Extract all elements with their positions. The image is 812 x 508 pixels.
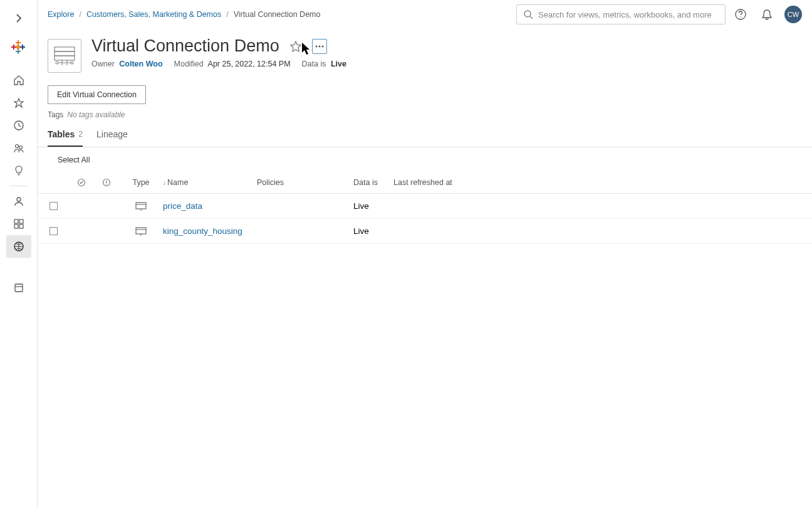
tags-row: Tags No tags available <box>38 107 812 123</box>
table-row: price_data Live <box>38 194 812 219</box>
svg-rect-35 <box>136 228 146 234</box>
tableau-logo[interactable] <box>10 39 28 56</box>
actions-row: Edit Virtual Connection <box>38 75 812 107</box>
svg-point-33 <box>106 184 107 185</box>
column-certified[interactable] <box>69 178 94 187</box>
select-all-button[interactable]: Select All <box>48 156 90 164</box>
svg-rect-5 <box>13 45 14 50</box>
star-outline-icon <box>289 40 302 53</box>
collections-icon <box>13 218 24 230</box>
svg-rect-17 <box>19 225 23 228</box>
column-policies[interactable]: Policies <box>257 178 353 187</box>
sidebar-item-recents[interactable] <box>6 114 31 137</box>
page-header: Virtual Connection Demo Owner Colten Woo… <box>38 29 812 75</box>
table-toolbar: Select All <box>38 147 812 171</box>
breadcrumb: Explore / Customers, Sales, Marketing & … <box>48 10 320 19</box>
notifications-button[interactable] <box>756 3 778 26</box>
explore-icon <box>13 241 24 252</box>
bell-icon <box>761 8 773 21</box>
help-icon <box>734 8 747 21</box>
external-assets-icon <box>13 282 24 294</box>
tabs: Tables 2 Lineage <box>38 123 812 147</box>
column-datais[interactable]: Data is <box>353 178 393 187</box>
datais-value: Live <box>331 60 346 68</box>
svg-point-27 <box>71 61 73 64</box>
search-icon <box>523 9 533 19</box>
search-box[interactable] <box>516 4 726 24</box>
page-title: Virtual Connection Demo <box>91 36 279 56</box>
svg-point-30 <box>321 45 323 47</box>
tab-tables-count: 2 <box>78 130 83 139</box>
main-content: Explore / Customers, Sales, Marketing & … <box>38 0 812 508</box>
user-icon <box>13 196 24 207</box>
sidebar-item-collections[interactable] <box>6 213 31 235</box>
svg-rect-1 <box>16 42 21 43</box>
more-actions-button[interactable] <box>312 39 327 54</box>
table-name-link[interactable]: price_data <box>163 201 202 211</box>
sidebar-item-recommendations[interactable] <box>6 159 31 182</box>
help-button[interactable] <box>729 3 752 26</box>
warning-icon <box>102 178 111 187</box>
svg-point-22 <box>740 16 741 18</box>
row-type-icon <box>119 226 163 236</box>
modified-label: Modified <box>174 60 204 68</box>
virtual-connection-icon <box>48 39 81 73</box>
home-icon <box>13 75 24 86</box>
table-icon <box>135 201 147 211</box>
tab-lineage[interactable]: Lineage <box>96 129 128 147</box>
clock-icon <box>13 120 24 131</box>
sidebar-item-personal[interactable] <box>6 190 31 213</box>
table-icon <box>135 226 147 236</box>
svg-rect-24 <box>55 51 75 56</box>
shared-icon <box>13 142 24 154</box>
svg-rect-15 <box>19 220 23 223</box>
tab-tables-label: Tables <box>48 129 75 139</box>
edit-virtual-connection-button[interactable]: Edit Virtual Connection <box>48 85 146 104</box>
tableau-logo-icon <box>10 39 26 55</box>
column-type[interactable]: Type <box>119 178 163 187</box>
svg-rect-7 <box>22 45 23 50</box>
svg-rect-19 <box>15 284 23 292</box>
svg-point-12 <box>19 146 22 149</box>
owner-link[interactable]: Colten Woo <box>119 60 162 68</box>
row-datais: Live <box>353 201 393 211</box>
column-name[interactable]: ↓Name <box>163 178 257 187</box>
favorite-toggle[interactable] <box>288 39 303 54</box>
sidebar-item-favorites[interactable] <box>6 92 31 114</box>
table-name-link[interactable]: king_county_housing <box>163 226 242 236</box>
svg-rect-9 <box>16 46 20 48</box>
table-header: Type ↓Name Policies Data is Last refresh… <box>38 171 812 194</box>
table-row: king_county_housing Live <box>38 219 812 244</box>
svg-rect-16 <box>14 225 18 228</box>
svg-point-26 <box>56 61 58 64</box>
svg-rect-25 <box>55 56 75 60</box>
row-type-icon <box>119 201 163 211</box>
row-checkbox[interactable] <box>49 227 58 235</box>
sidebar-expand-button[interactable] <box>9 9 28 28</box>
sidebar-item-explore[interactable] <box>6 235 31 258</box>
sidebar-item-home[interactable] <box>6 69 31 92</box>
tags-empty: No tags available <box>67 110 125 119</box>
database-stack-icon <box>51 42 78 70</box>
svg-rect-3 <box>16 51 21 52</box>
svg-point-11 <box>15 145 18 148</box>
user-avatar[interactable]: CW <box>784 6 802 23</box>
svg-rect-14 <box>14 220 18 223</box>
tags-label: Tags <box>48 110 63 119</box>
sidebar-item-external-assets[interactable] <box>6 277 31 299</box>
column-refreshed[interactable]: Last refreshed at <box>393 178 494 187</box>
svg-point-13 <box>17 198 21 201</box>
breadcrumb-parent[interactable]: Customers, Sales, Marketing & Demos <box>86 10 221 19</box>
more-horizontal-icon <box>314 41 325 52</box>
breadcrumb-separator: / <box>226 10 228 19</box>
row-checkbox[interactable] <box>49 202 58 210</box>
lightbulb-icon <box>13 165 24 176</box>
svg-point-20 <box>524 11 531 17</box>
breadcrumb-root[interactable]: Explore <box>48 10 74 19</box>
breadcrumb-current: Virtual Connection Demo <box>234 10 321 19</box>
column-warning[interactable] <box>94 178 119 187</box>
svg-point-29 <box>318 45 320 47</box>
sidebar-item-shared[interactable] <box>6 137 31 159</box>
search-input[interactable] <box>538 10 719 19</box>
tab-tables[interactable]: Tables 2 <box>48 129 83 147</box>
